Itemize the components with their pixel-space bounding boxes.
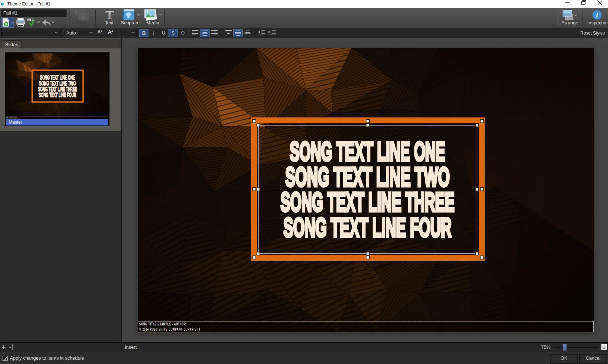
svg-text:i: i — [596, 11, 598, 19]
svg-text:T: T — [106, 9, 114, 20]
svg-text:Aa: Aa — [80, 15, 86, 19]
svg-text:ABC: ABC — [27, 18, 34, 21]
